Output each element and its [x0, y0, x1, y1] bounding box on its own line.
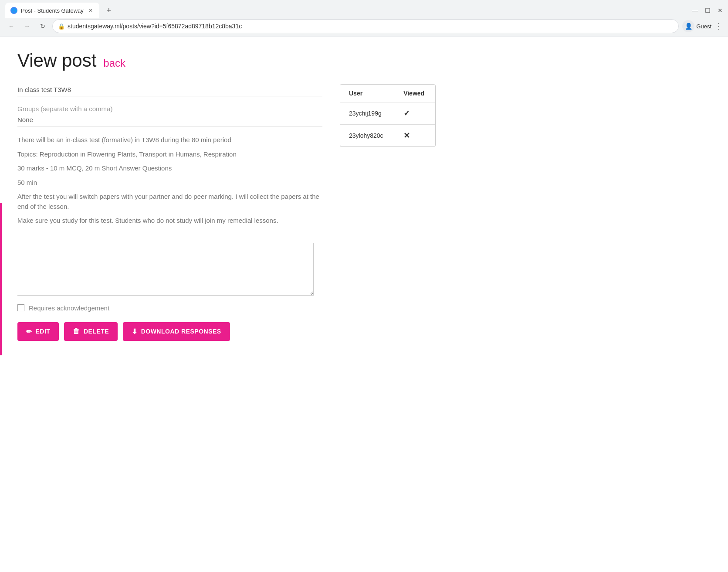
body-line-6: Make sure you study for this test. Stude… — [17, 216, 322, 226]
menu-dots-button[interactable]: ⋮ — [715, 21, 723, 31]
acknowledgement-label: Requires acknowledgement — [29, 304, 109, 312]
viewed-table-container: User Viewed 23ychij199g✓23ylohy820c✕ — [340, 84, 436, 147]
viewed-table: User Viewed 23ychij199g✓23ylohy820c✕ — [340, 85, 435, 146]
table-row: 23ychij199g✓ — [340, 102, 435, 125]
delete-button[interactable]: 🗑 DELETE — [64, 322, 118, 341]
response-textarea[interactable] — [17, 243, 314, 296]
form-section: In class test T3W8 Groups (separate with… — [17, 84, 322, 341]
acknowledgement-checkbox[interactable] — [17, 304, 24, 311]
browser-chrome: 🌐 Post - Students Gateway ✕ + — ☐ ✕ ← → … — [0, 0, 728, 37]
tab-favicon: 🌐 — [10, 7, 17, 14]
download-button[interactable]: ⬇ DOWNLOAD RESPONSES — [123, 322, 230, 341]
profile-label: Guest — [696, 23, 711, 30]
action-buttons: ✏ EDIT 🗑 DELETE ⬇ DOWNLOAD RESPONSES — [17, 322, 322, 341]
title-bar-right: — ☐ ✕ — [692, 7, 723, 14]
reload-button[interactable]: ↻ — [37, 20, 49, 32]
body-line-1: There will be an in-class test (formativ… — [17, 135, 322, 145]
page-title: View post — [17, 50, 96, 71]
col-user-header: User — [340, 85, 395, 102]
delete-icon: 🗑 — [73, 327, 80, 335]
url-text: studentsgateway.ml/posts/view?id=5f65872… — [68, 23, 242, 30]
download-icon: ⬇ — [132, 327, 138, 336]
forward-button[interactable]: → — [21, 20, 33, 32]
tab-title: Post - Students Gateway — [21, 7, 84, 14]
title-field-value: In class test T3W8 — [17, 84, 322, 96]
groups-label: Groups (separate with a comma) — [17, 105, 322, 112]
back-link[interactable]: back — [103, 57, 125, 69]
maximize-button[interactable]: ☐ — [705, 7, 711, 14]
minimize-button[interactable]: — — [692, 7, 698, 14]
address-bar[interactable]: 🔒 studentsgateway.ml/posts/view?id=5f658… — [52, 19, 679, 33]
profile-area[interactable]: 👤 Guest — [682, 20, 711, 32]
groups-field-group: Groups (separate with a comma) None — [17, 105, 322, 126]
main-layout: In class test T3W8 Groups (separate with… — [17, 84, 697, 341]
address-bar-row: ← → ↻ 🔒 studentsgateway.ml/posts/view?id… — [0, 17, 728, 37]
acknowledgement-row: Requires acknowledgement — [17, 304, 322, 312]
body-line-5: After the test you will switch papers wi… — [17, 192, 322, 211]
edit-button[interactable]: ✏ EDIT — [17, 322, 59, 341]
edit-icon: ✏ — [26, 327, 32, 336]
browser-tab[interactable]: 🌐 Post - Students Gateway ✕ — [5, 3, 99, 18]
table-header-row: User Viewed — [340, 85, 435, 102]
new-tab-button[interactable]: + — [103, 4, 115, 17]
title-field-group: In class test T3W8 — [17, 84, 322, 96]
lock-icon: 🔒 — [58, 23, 65, 30]
edit-label: EDIT — [36, 328, 51, 335]
user-cell: 23ychij199g — [340, 102, 395, 125]
post-body: There will be an in-class test (formativ… — [17, 135, 322, 226]
close-button[interactable]: ✕ — [718, 7, 723, 14]
user-cell: 23ylohy820c — [340, 125, 395, 147]
page-content: View post back In class test T3W8 Groups… — [0, 37, 714, 358]
tab-close-button[interactable]: ✕ — [87, 7, 94, 14]
title-bar: 🌐 Post - Students Gateway ✕ + — ☐ ✕ — [0, 0, 728, 17]
title-bar-left: 🌐 Post - Students Gateway ✕ + — [5, 3, 115, 18]
back-button[interactable]: ← — [5, 20, 17, 32]
page-header: View post back — [17, 50, 697, 71]
table-row: 23ylohy820c✕ — [340, 125, 435, 147]
check-icon: ✓ — [403, 109, 410, 118]
viewed-cell: ✓ — [395, 102, 435, 125]
download-label: DOWNLOAD RESPONSES — [141, 328, 221, 335]
body-line-4: 50 min — [17, 178, 322, 188]
profile-avatar: 👤 — [682, 20, 694, 32]
groups-value: None — [17, 114, 322, 126]
x-icon: ✕ — [403, 131, 410, 140]
body-line-2: Topics: Reproduction in Flowering Plants… — [17, 150, 322, 160]
body-line-3: 30 marks - 10 m MCQ, 20 m Short Answer Q… — [17, 163, 322, 174]
col-viewed-header: Viewed — [395, 85, 435, 102]
viewed-cell: ✕ — [395, 125, 435, 147]
delete-label: DELETE — [84, 328, 109, 335]
